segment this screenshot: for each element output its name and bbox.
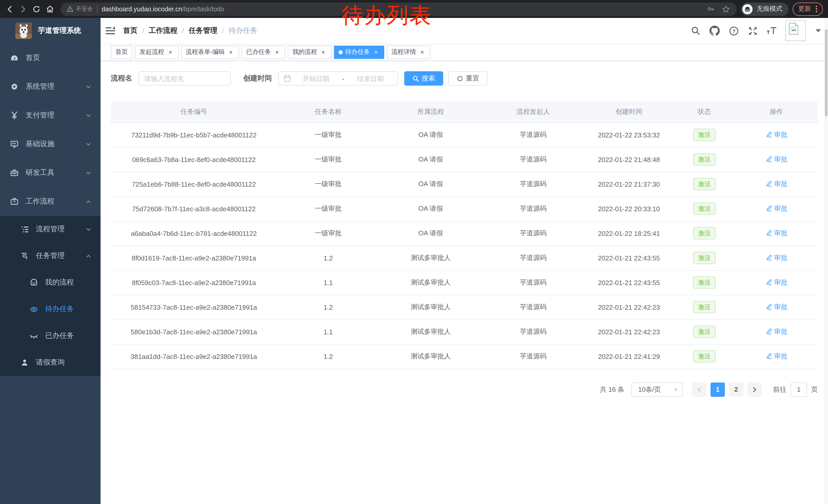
close-icon[interactable]: × (419, 48, 426, 56)
status-badge: 激活 (693, 227, 716, 239)
page-button-1[interactable]: 1 (710, 382, 725, 397)
approve-link[interactable]: 审批 (765, 253, 787, 263)
page-scrollbar[interactable] (824, 18, 828, 504)
branch-icon (20, 252, 29, 260)
home-icon[interactable] (45, 4, 54, 13)
help-icon[interactable]: ? (729, 26, 739, 36)
close-icon[interactable]: × (227, 48, 235, 56)
sidebar-item-1[interactable]: 系统管理 (0, 72, 100, 101)
warning-icon (67, 6, 73, 12)
page-button-2[interactable]: 2 (729, 382, 743, 397)
broken-image-icon (787, 22, 800, 35)
prev-page-button[interactable] (692, 382, 706, 397)
status-badge: 激活 (693, 178, 716, 190)
table-row: 8f0d1619-7ac8-11ec-a9e2-a2380e71991a1.2测… (111, 245, 818, 270)
fullscreen-icon[interactable] (747, 26, 758, 36)
approve-link[interactable]: 审批 (765, 352, 787, 361)
initiator-cell: 芋道源码 (482, 245, 585, 270)
sidebar-item-4[interactable]: 研发工具 (0, 158, 100, 187)
bookmark-star-icon[interactable] (721, 4, 731, 13)
tab-5[interactable]: 待办任务× (334, 45, 384, 59)
sidebar-subitem-2[interactable]: 我的流程 (0, 269, 100, 296)
sidebar-subitem-4[interactable]: 已办任务 (0, 322, 100, 349)
approve-link[interactable]: 审批 (765, 303, 787, 312)
edit-icon (765, 353, 772, 360)
sidebar-subitem-5[interactable]: 请假查询 (0, 349, 100, 376)
approve-link[interactable]: 审批 (765, 130, 787, 139)
create-time-cell: 2022-01-21 22:42:23 (584, 295, 673, 319)
edit-icon (765, 255, 772, 261)
task-id-cell: a6aba0a4-7b6d-11ec-b781-acde48001122 (111, 221, 277, 245)
column-header-1: 任务名称 (277, 101, 380, 123)
avatar-dropdown-icon[interactable] (816, 29, 821, 32)
sidebar-item-5[interactable]: 工作流程 (0, 187, 100, 216)
close-icon[interactable]: × (274, 48, 281, 56)
start-date-input[interactable] (294, 75, 338, 82)
page-size-select[interactable]: 10条/页 ▼ (631, 382, 683, 397)
process-cell: 测试多审批人 (379, 319, 482, 344)
app-title: 芋道管理系统 (38, 26, 81, 35)
sidebar-subitem-1[interactable]: 任务管理 (0, 242, 100, 269)
tab-3[interactable]: 已办任务× (242, 45, 285, 59)
process-cell: 测试多审批人 (379, 344, 482, 369)
process-name-input[interactable] (144, 75, 225, 82)
search-button[interactable]: 搜索 (404, 71, 443, 86)
face-icon (30, 278, 38, 287)
task-id-cell: 580e1b3d-7ac8-11ec-a9e2-a2380e71991a (111, 319, 277, 344)
breadcrumb-item-2[interactable]: 任务管理 (189, 26, 217, 35)
status-badge: 激活 (693, 153, 716, 166)
date-range-picker[interactable]: - (278, 71, 398, 86)
browser-menu-icon[interactable] (816, 6, 817, 12)
github-icon[interactable] (709, 26, 720, 36)
next-page-button[interactable] (747, 382, 762, 397)
initiator-cell: 芋道源码 (482, 344, 585, 369)
sidebar-submenu: 流程管理任务管理我的流程待办任务已办任务请假查询 (0, 216, 100, 376)
tab-6[interactable]: 流程详情× (387, 45, 430, 59)
table-row: 580e1b3d-7ac8-11ec-a9e2-a2380e71991a1.1测… (111, 319, 818, 344)
sidebar-item-0[interactable]: 首页 (0, 44, 100, 72)
close-icon[interactable]: × (167, 48, 174, 56)
key-icon[interactable] (706, 4, 715, 13)
status-badge: 激活 (693, 326, 716, 338)
back-icon[interactable] (5, 4, 14, 13)
tab-1[interactable]: 发起流程× (135, 45, 178, 59)
user-avatar[interactable] (785, 20, 806, 41)
scrollbar-thumb[interactable] (825, 29, 827, 117)
sidebar-item-3[interactable]: 基础设施 (0, 130, 100, 158)
breadcrumb-item-1[interactable]: 工作流程 (149, 26, 177, 35)
sidebar-subitem-3[interactable]: 待办任务 (0, 296, 100, 322)
sidebar-subitem-0[interactable]: 流程管理 (0, 216, 100, 242)
end-date-input[interactable] (348, 75, 392, 82)
close-icon[interactable]: × (372, 48, 380, 56)
tab-2[interactable]: 流程表单-编辑× (181, 45, 239, 59)
close-icon[interactable]: × (320, 48, 327, 56)
edit-icon (765, 205, 772, 212)
create-time-cell: 2022-01-22 18:25:41 (584, 221, 673, 245)
tab-0[interactable]: 首页 (111, 45, 132, 59)
search-icon[interactable] (691, 26, 701, 36)
approve-link[interactable]: 审批 (765, 327, 787, 336)
sidebar-item-2[interactable]: 支付管理 (0, 101, 100, 130)
font-size-icon[interactable] (767, 26, 777, 36)
sidebar-collapse-icon[interactable] (105, 25, 116, 36)
task-id-cell: 069c6a63-7b8a-11ec-8ef0-acde48001122 (111, 147, 277, 172)
tab-4[interactable]: 我的流程× (288, 45, 331, 59)
security-status[interactable]: 不安全 (67, 5, 93, 13)
approve-link[interactable]: 审批 (765, 155, 787, 164)
approve-link[interactable]: 审批 (765, 229, 787, 238)
create-time-label: 创建时间 (243, 74, 272, 83)
approve-link[interactable]: 审批 (765, 278, 787, 287)
task-name-cell: 一级审批 (277, 147, 380, 172)
chevron-down-icon (86, 170, 91, 176)
goto-page-input[interactable] (791, 385, 806, 393)
approve-link[interactable]: 审批 (765, 204, 787, 213)
app-logo[interactable]: 芋道管理系统 (0, 18, 100, 44)
approve-link[interactable]: 审批 (765, 179, 787, 189)
create-time-cell: 2022-01-21 22:43:55 (584, 245, 673, 270)
breadcrumb-item-0[interactable]: 首页 (123, 26, 137, 35)
initiator-cell: 芋道源码 (482, 147, 585, 172)
reload-icon[interactable] (32, 4, 41, 13)
browser-update-button[interactable]: 更新 (793, 2, 823, 16)
forward-icon[interactable] (18, 4, 28, 13)
reset-button[interactable]: 重置 (448, 71, 487, 86)
